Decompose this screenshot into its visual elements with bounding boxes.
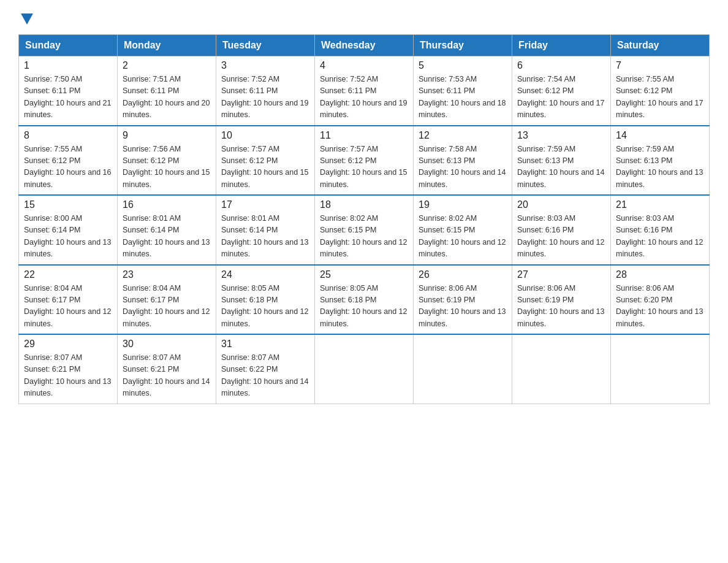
table-row: 8Sunrise: 7:55 AMSunset: 6:12 PMDaylight…	[19, 126, 118, 196]
day-info: Sunrise: 7:58 AMSunset: 6:13 PMDaylight:…	[419, 144, 507, 191]
day-info: Sunrise: 8:04 AMSunset: 6:17 PMDaylight:…	[123, 283, 211, 331]
day-number: 31	[221, 339, 309, 350]
table-row: 10Sunrise: 7:57 AMSunset: 6:12 PMDayligh…	[216, 126, 315, 196]
table-row	[611, 334, 710, 404]
day-number: 1	[24, 60, 112, 71]
table-row: 24Sunrise: 8:05 AMSunset: 6:18 PMDayligh…	[216, 265, 315, 335]
day-info: Sunrise: 7:57 AMSunset: 6:12 PMDaylight:…	[320, 144, 408, 191]
day-info: Sunrise: 7:51 AMSunset: 6:11 PMDaylight:…	[123, 74, 211, 121]
day-info: Sunrise: 7:52 AMSunset: 6:11 PMDaylight:…	[221, 74, 309, 121]
day-info: Sunrise: 8:06 AMSunset: 6:20 PMDaylight:…	[616, 283, 704, 331]
col-monday: Monday	[118, 35, 216, 56]
logo-triangle-icon	[21, 13, 33, 25]
day-info: Sunrise: 7:59 AMSunset: 6:13 PMDaylight:…	[517, 144, 605, 191]
col-saturday: Saturday	[611, 35, 710, 56]
day-number: 8	[24, 130, 112, 141]
day-number: 7	[616, 60, 704, 71]
day-number: 28	[616, 269, 704, 280]
table-row: 23Sunrise: 8:04 AMSunset: 6:17 PMDayligh…	[118, 265, 216, 335]
day-number: 10	[221, 130, 309, 141]
day-info: Sunrise: 7:59 AMSunset: 6:13 PMDaylight:…	[616, 144, 704, 191]
table-row: 26Sunrise: 8:06 AMSunset: 6:19 PMDayligh…	[414, 265, 512, 335]
table-row: 16Sunrise: 8:01 AMSunset: 6:14 PMDayligh…	[118, 195, 216, 265]
day-info: Sunrise: 8:01 AMSunset: 6:14 PMDaylight:…	[123, 213, 211, 261]
table-row	[315, 334, 414, 404]
day-number: 22	[24, 269, 112, 280]
day-number: 27	[517, 269, 605, 280]
day-number: 4	[320, 60, 408, 71]
table-row: 12Sunrise: 7:58 AMSunset: 6:13 PMDayligh…	[414, 126, 512, 196]
col-wednesday: Wednesday	[315, 35, 414, 56]
table-row: 11Sunrise: 7:57 AMSunset: 6:12 PMDayligh…	[315, 126, 414, 196]
day-info: Sunrise: 7:52 AMSunset: 6:11 PMDaylight:…	[320, 74, 408, 121]
day-number: 25	[320, 269, 408, 280]
day-info: Sunrise: 8:00 AMSunset: 6:14 PMDaylight:…	[24, 213, 112, 261]
col-friday: Friday	[512, 35, 611, 56]
day-info: Sunrise: 7:53 AMSunset: 6:11 PMDaylight:…	[419, 74, 507, 121]
calendar-week-row: 22Sunrise: 8:04 AMSunset: 6:17 PMDayligh…	[19, 265, 710, 335]
day-info: Sunrise: 8:02 AMSunset: 6:15 PMDaylight:…	[419, 213, 507, 261]
calendar-table: Sunday Monday Tuesday Wednesday Thursday…	[18, 34, 710, 404]
day-number: 19	[419, 199, 507, 210]
day-info: Sunrise: 8:07 AMSunset: 6:22 PMDaylight:…	[221, 352, 309, 400]
day-number: 17	[221, 199, 309, 210]
calendar-week-row: 15Sunrise: 8:00 AMSunset: 6:14 PMDayligh…	[19, 195, 710, 265]
col-sunday: Sunday	[19, 35, 118, 56]
day-number: 2	[123, 60, 211, 71]
day-number: 29	[24, 339, 112, 350]
table-row: 30Sunrise: 8:07 AMSunset: 6:21 PMDayligh…	[118, 334, 216, 404]
day-info: Sunrise: 7:55 AMSunset: 6:12 PMDaylight:…	[616, 74, 704, 121]
day-number: 24	[221, 269, 309, 280]
col-tuesday: Tuesday	[216, 35, 315, 56]
day-info: Sunrise: 8:05 AMSunset: 6:18 PMDaylight:…	[221, 283, 309, 331]
day-number: 3	[221, 60, 309, 71]
table-row: 6Sunrise: 7:54 AMSunset: 6:12 PMDaylight…	[512, 56, 611, 126]
table-row: 15Sunrise: 8:00 AMSunset: 6:14 PMDayligh…	[19, 195, 118, 265]
day-info: Sunrise: 8:01 AMSunset: 6:14 PMDaylight:…	[221, 213, 309, 261]
day-number: 30	[123, 339, 211, 350]
day-number: 15	[24, 199, 112, 210]
table-row: 28Sunrise: 8:06 AMSunset: 6:20 PMDayligh…	[611, 265, 710, 335]
page-header	[18, 12, 710, 23]
table-row: 1Sunrise: 7:50 AMSunset: 6:11 PMDaylight…	[19, 56, 118, 126]
logo	[18, 12, 33, 23]
day-number: 12	[419, 130, 507, 141]
day-number: 11	[320, 130, 408, 141]
table-row: 21Sunrise: 8:03 AMSunset: 6:16 PMDayligh…	[611, 195, 710, 265]
table-row: 25Sunrise: 8:05 AMSunset: 6:18 PMDayligh…	[315, 265, 414, 335]
table-row: 22Sunrise: 8:04 AMSunset: 6:17 PMDayligh…	[19, 265, 118, 335]
day-info: Sunrise: 8:03 AMSunset: 6:16 PMDaylight:…	[616, 213, 704, 261]
table-row	[414, 334, 512, 404]
day-info: Sunrise: 8:04 AMSunset: 6:17 PMDaylight:…	[24, 283, 112, 331]
table-row: 27Sunrise: 8:06 AMSunset: 6:19 PMDayligh…	[512, 265, 611, 335]
table-row: 9Sunrise: 7:56 AMSunset: 6:12 PMDaylight…	[118, 126, 216, 196]
calendar-week-row: 1Sunrise: 7:50 AMSunset: 6:11 PMDaylight…	[19, 56, 710, 126]
table-row: 5Sunrise: 7:53 AMSunset: 6:11 PMDaylight…	[414, 56, 512, 126]
table-row: 29Sunrise: 8:07 AMSunset: 6:21 PMDayligh…	[19, 334, 118, 404]
table-row: 18Sunrise: 8:02 AMSunset: 6:15 PMDayligh…	[315, 195, 414, 265]
logo-text	[18, 12, 33, 25]
day-info: Sunrise: 8:07 AMSunset: 6:21 PMDaylight:…	[24, 352, 112, 400]
day-number: 13	[517, 130, 605, 141]
table-row: 7Sunrise: 7:55 AMSunset: 6:12 PMDaylight…	[611, 56, 710, 126]
day-number: 14	[616, 130, 704, 141]
calendar-body: 1Sunrise: 7:50 AMSunset: 6:11 PMDaylight…	[19, 56, 710, 404]
table-row: 31Sunrise: 8:07 AMSunset: 6:22 PMDayligh…	[216, 334, 315, 404]
day-info: Sunrise: 7:56 AMSunset: 6:12 PMDaylight:…	[123, 144, 211, 191]
day-info: Sunrise: 7:57 AMSunset: 6:12 PMDaylight:…	[221, 144, 309, 191]
table-row	[512, 334, 611, 404]
table-row: 4Sunrise: 7:52 AMSunset: 6:11 PMDaylight…	[315, 56, 414, 126]
day-info: Sunrise: 8:07 AMSunset: 6:21 PMDaylight:…	[123, 352, 211, 400]
day-number: 23	[123, 269, 211, 280]
table-row: 19Sunrise: 8:02 AMSunset: 6:15 PMDayligh…	[414, 195, 512, 265]
table-row: 2Sunrise: 7:51 AMSunset: 6:11 PMDaylight…	[118, 56, 216, 126]
header-row: Sunday Monday Tuesday Wednesday Thursday…	[19, 35, 710, 56]
day-info: Sunrise: 7:50 AMSunset: 6:11 PMDaylight:…	[24, 74, 112, 121]
calendar-week-row: 8Sunrise: 7:55 AMSunset: 6:12 PMDaylight…	[19, 126, 710, 196]
calendar-week-row: 29Sunrise: 8:07 AMSunset: 6:21 PMDayligh…	[19, 334, 710, 404]
table-row: 20Sunrise: 8:03 AMSunset: 6:16 PMDayligh…	[512, 195, 611, 265]
table-row: 17Sunrise: 8:01 AMSunset: 6:14 PMDayligh…	[216, 195, 315, 265]
day-number: 16	[123, 199, 211, 210]
day-info: Sunrise: 8:06 AMSunset: 6:19 PMDaylight:…	[419, 283, 507, 331]
table-row: 13Sunrise: 7:59 AMSunset: 6:13 PMDayligh…	[512, 126, 611, 196]
